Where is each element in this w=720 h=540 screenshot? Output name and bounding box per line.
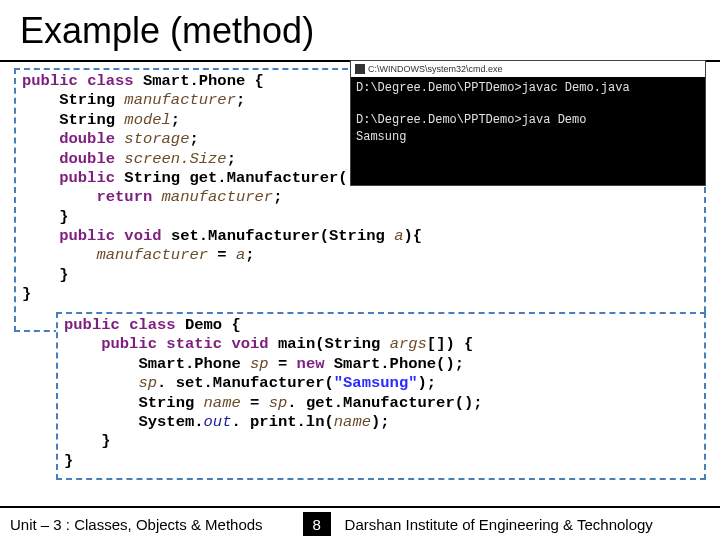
var: sp: [138, 374, 157, 392]
code-text: String: [138, 394, 194, 412]
var: manufacturer: [96, 246, 208, 264]
code-text: Smart.Phone();: [334, 355, 464, 373]
content-area: public class Smart.Phone { String manufa…: [0, 62, 720, 502]
var: manufacturer: [124, 91, 236, 109]
var: sp: [269, 394, 288, 412]
var: screen.Size: [124, 150, 226, 168]
cmd-line1: D:\Degree.Demo\PPTDemo>javac Demo.java: [356, 81, 630, 95]
code-text: }: [101, 432, 110, 450]
code-text: ;: [236, 91, 245, 109]
code-text: =: [208, 246, 236, 264]
kw: public: [22, 72, 78, 90]
footer-institute: Darshan Institute of Engineering & Techn…: [345, 516, 720, 533]
code-text: System.: [138, 413, 203, 431]
kw: class: [87, 72, 134, 90]
code-text: set.Manufacturer(String: [171, 227, 385, 245]
var: manufacturer: [162, 188, 274, 206]
code-text: );: [417, 374, 436, 392]
code-text: }: [59, 266, 68, 284]
static-ref: out: [204, 413, 232, 431]
code-text: );: [371, 413, 390, 431]
code-text: }: [64, 452, 73, 470]
kw: double: [59, 150, 115, 168]
var: name: [334, 413, 371, 431]
kw: public: [59, 169, 115, 187]
kw: public: [101, 335, 157, 353]
cmd-window: C:\WINDOWS\system32\cmd.exe D:\Degree.De…: [350, 60, 706, 186]
code-text: ;: [189, 130, 198, 148]
code-text: ){: [403, 227, 422, 245]
var: a: [236, 246, 245, 264]
code-text: }: [22, 285, 31, 303]
code-text: ;: [245, 246, 254, 264]
slide-title: Example (method): [0, 0, 720, 62]
cmd-icon: [355, 64, 365, 74]
kw: new: [297, 355, 325, 373]
kw: void: [231, 335, 268, 353]
kw: double: [59, 130, 115, 148]
kw: public: [64, 316, 120, 334]
code-text: Smart.Phone {: [143, 72, 264, 90]
code-text: }: [59, 208, 68, 226]
code-text: . print.ln(: [231, 413, 333, 431]
code-text: String: [59, 111, 115, 129]
cmd-titlebar: C:\WINDOWS\system32\cmd.exe: [351, 61, 705, 77]
code-text: ;: [171, 111, 180, 129]
cmd-line2: D:\Degree.Demo\PPTDemo>java Demo: [356, 113, 586, 127]
kw: void: [124, 227, 161, 245]
kw: return: [96, 188, 152, 206]
footer-page-number: 8: [303, 512, 331, 536]
code-demo-class: public class Demo { public static void m…: [56, 312, 706, 480]
var: model: [124, 111, 171, 129]
slide-footer: Unit – 3 : Classes, Objects & Methods 8 …: [0, 506, 720, 540]
footer-unit: Unit – 3 : Classes, Objects & Methods: [0, 516, 263, 533]
var: storage: [124, 130, 189, 148]
cmd-line3: Samsung: [356, 130, 406, 144]
string: "Samsung": [334, 374, 418, 392]
kw: static: [166, 335, 222, 353]
var: name: [204, 394, 241, 412]
code-text: []) {: [427, 335, 474, 353]
kw: public: [59, 227, 115, 245]
code-text: main(String: [278, 335, 380, 353]
code-text: ;: [227, 150, 236, 168]
code-text: ;: [273, 188, 282, 206]
code-text: String get.Manufacturer(){: [124, 169, 366, 187]
var: args: [390, 335, 427, 353]
code-text: =: [269, 355, 297, 373]
kw: class: [129, 316, 176, 334]
code-text: . get.Manufacturer();: [287, 394, 482, 412]
code-text: Demo {: [185, 316, 241, 334]
cmd-body: D:\Degree.Demo\PPTDemo>javac Demo.java D…: [351, 77, 705, 148]
var: sp: [250, 355, 269, 373]
code-text: =: [241, 394, 269, 412]
cmd-title-text: C:\WINDOWS\system32\cmd.exe: [368, 64, 503, 74]
code-text: . set.Manufacturer(: [157, 374, 334, 392]
code-text: Smart.Phone: [138, 355, 240, 373]
code-text: String: [59, 91, 115, 109]
